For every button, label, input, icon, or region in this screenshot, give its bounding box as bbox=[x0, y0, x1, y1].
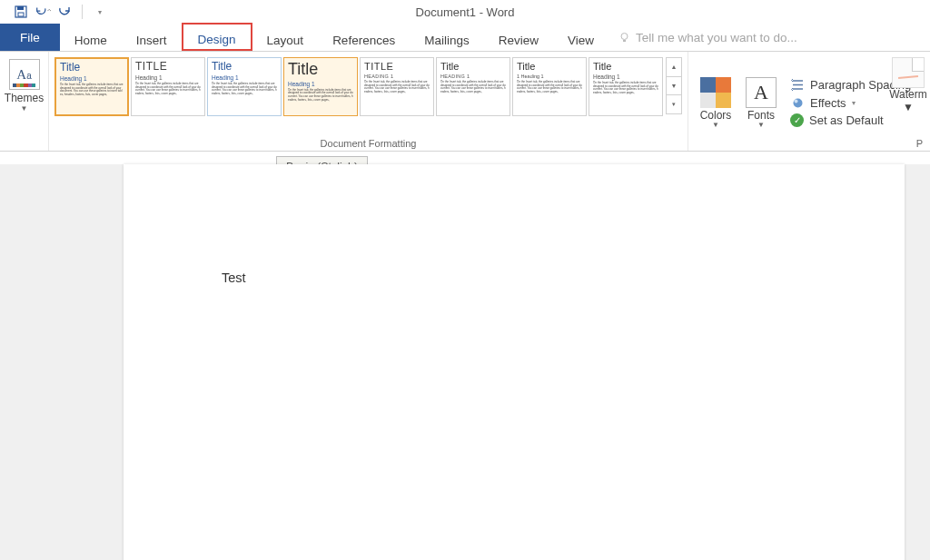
tab-review[interactable]: Review bbox=[484, 24, 553, 51]
gallery-more[interactable]: ▾ bbox=[667, 95, 681, 113]
themes-button[interactable]: Aa Themes ▼ bbox=[5, 55, 45, 113]
paragraph-spacing-icon bbox=[790, 77, 805, 92]
ribbon-tabs: File Home Insert Design Layout Reference… bbox=[0, 24, 930, 52]
redo-icon[interactable] bbox=[56, 4, 73, 20]
qat-separator bbox=[82, 5, 83, 19]
chevron-down-icon: ▼ bbox=[712, 121, 719, 129]
svg-point-3 bbox=[621, 33, 628, 39]
tab-insert[interactable]: Insert bbox=[122, 24, 182, 51]
style-set-thumb[interactable]: TitleHeading 1On the Insert tab, the gal… bbox=[589, 57, 663, 116]
document-background: Test bbox=[0, 164, 930, 560]
gallery-scroll-down[interactable]: ▼ bbox=[667, 77, 681, 96]
colors-label: Colors bbox=[700, 109, 732, 122]
fonts-icon: A bbox=[746, 77, 777, 108]
bulb-icon bbox=[618, 31, 630, 44]
group-document-formatting: TitleHeading 1On the Insert tab, the gal… bbox=[49, 52, 688, 151]
gallery-scroll[interactable]: ▲▼▾ bbox=[666, 57, 682, 114]
themes-label: Themes bbox=[5, 92, 44, 104]
chevron-down-icon: ▼ bbox=[21, 104, 28, 113]
tab-layout[interactable]: Layout bbox=[252, 24, 319, 51]
save-icon[interactable] bbox=[13, 4, 29, 20]
watermark-button[interactable]: Waterm ▼ bbox=[886, 52, 930, 113]
document-page[interactable]: Test bbox=[124, 164, 905, 560]
group-label-formatting: Document Formatting bbox=[49, 138, 688, 149]
chevron-down-icon: ▾ bbox=[852, 99, 856, 107]
gallery-scroll-up[interactable]: ▲ bbox=[667, 58, 681, 77]
undo-icon[interactable] bbox=[35, 4, 51, 20]
style-set-thumb[interactable]: Title1 Heading 1On the Insert tab, the g… bbox=[512, 57, 587, 116]
svg-rect-1 bbox=[17, 6, 24, 10]
tab-design[interactable]: Design bbox=[182, 23, 252, 51]
colors-icon bbox=[700, 77, 731, 108]
group-themes: Aa Themes ▼ bbox=[0, 52, 49, 151]
style-set-thumb[interactable]: TitleHeading 1On the Insert tab, the gal… bbox=[283, 57, 358, 116]
title-bar: ▾ Document1 - Word bbox=[0, 0, 930, 24]
svg-point-4 bbox=[793, 98, 802, 107]
document-body-text[interactable]: Test bbox=[222, 270, 246, 285]
document-title: Document1 - Word bbox=[416, 5, 515, 19]
watermark-label: Waterm bbox=[889, 88, 927, 101]
effects-icon bbox=[790, 95, 805, 110]
check-icon: ✓ bbox=[790, 113, 804, 127]
style-set-thumb[interactable]: TitleHeading 1On the Insert tab, the gal… bbox=[54, 57, 129, 116]
svg-rect-2 bbox=[18, 13, 24, 16]
tab-mailings[interactable]: Mailings bbox=[410, 24, 484, 51]
style-set-gallery: TitleHeading 1On the Insert tab, the gal… bbox=[54, 55, 682, 124]
set-as-default-button[interactable]: ✓ Set as Default bbox=[790, 113, 920, 127]
style-set-thumb[interactable]: TITLEHEADING 1On the Insert tab, the gal… bbox=[360, 57, 434, 116]
chevron-down-icon: ▼ bbox=[903, 101, 914, 113]
ribbon-design: Aa Themes ▼ TitleHeading 1On the Insert … bbox=[0, 52, 930, 152]
themes-icon: Aa bbox=[9, 59, 40, 90]
colors-button[interactable]: Colors ▼ bbox=[694, 72, 737, 129]
group-label-page-bg: P bbox=[916, 138, 923, 149]
quick-access-toolbar: ▾ bbox=[0, 4, 108, 20]
chevron-down-icon: ▼ bbox=[757, 121, 765, 129]
tell-me-placeholder: Tell me what you want to do... bbox=[636, 31, 797, 44]
style-set-thumb[interactable]: TitleHEADING 1On the Insert tab, the gal… bbox=[436, 57, 510, 116]
watermark-icon bbox=[892, 57, 925, 88]
fonts-button[interactable]: A Fonts ▼ bbox=[739, 72, 783, 129]
qat-customize-icon[interactable]: ▾ bbox=[92, 4, 108, 20]
tab-references[interactable]: References bbox=[318, 24, 410, 51]
tell-me-search[interactable]: Tell me what you want to do... bbox=[608, 24, 797, 51]
tab-file[interactable]: File bbox=[0, 24, 60, 51]
effects-label: Effects bbox=[810, 96, 846, 110]
tab-view[interactable]: View bbox=[553, 24, 608, 51]
set-as-default-label: Set as Default bbox=[809, 113, 884, 127]
style-set-thumb[interactable]: TitleHeading 1On the Insert tab, the gal… bbox=[207, 57, 282, 116]
style-set-thumb[interactable]: TITLEHeading 1On the Insert tab, the gal… bbox=[131, 57, 205, 116]
svg-point-5 bbox=[794, 99, 797, 103]
tab-home[interactable]: Home bbox=[60, 24, 122, 51]
fonts-label: Fonts bbox=[747, 109, 775, 122]
